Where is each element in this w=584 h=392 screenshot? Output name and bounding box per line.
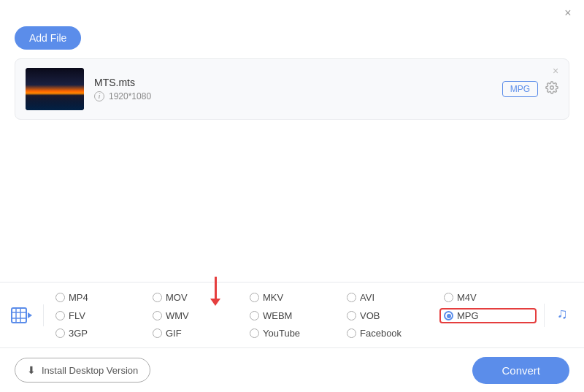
radio-3gp [55,328,65,338]
arrow-shaft [215,277,217,299]
file-info: MTS.mts i 1920*1080 [94,77,502,101]
format-label-vob: VOB [360,310,380,321]
download-icon: ⬇ [27,364,36,376]
file-list: MTS.mts i 1920*1080 MPG × [15,58,569,120]
radio-youtube [250,328,259,338]
svg-marker-6 [28,312,32,318]
radio-mpg [444,311,453,320]
audio-icon: ♫ [554,304,575,327]
close-button[interactable]: × [561,6,575,20]
format-grid: MP4 MOV MKV AVI M4V FLV WMV WEBM [44,290,544,340]
content-area [0,120,584,280]
install-desktop-button[interactable]: ⬇ Install Desktop Version [15,358,150,383]
file-item: MTS.mts i 1920*1080 MPG × [15,59,569,119]
format-label-m4v: M4V [457,292,477,303]
radio-wmv [153,311,162,320]
svg-point-0 [550,86,554,90]
format-option-youtube[interactable]: YouTube [245,326,342,340]
format-option-vob[interactable]: VOB [342,308,439,323]
format-label-avi: AVI [360,292,374,303]
file-actions: MPG [502,81,558,97]
format-option-mkv[interactable]: MKV [245,290,342,305]
radio-avi [347,293,356,302]
format-bar: MP4 MOV MKV AVI M4V FLV WMV WEBM [0,282,584,348]
format-label-webm: WEBM [263,310,292,321]
radio-mkv [250,293,259,302]
format-label-mp4: MP4 [69,292,88,303]
format-option-wmv[interactable]: WMV [148,308,245,323]
add-file-button[interactable]: Add File [15,26,81,50]
radio-webm [250,311,259,320]
format-option-facebook[interactable]: Facebook [342,326,439,340]
convert-button[interactable]: Convert [472,357,569,384]
format-option-webm[interactable]: WEBM [245,308,342,323]
radio-vob [347,311,356,320]
format-option-m4v[interactable]: M4V [439,290,537,305]
toolbar: Add File [0,23,584,58]
format-label-mpg: MPG [457,310,479,321]
file-thumbnail [26,68,84,110]
format-option-3gp[interactable]: 3GP [51,326,148,340]
format-label-mov: MOV [166,292,188,303]
radio-m4v [444,293,453,302]
format-label-3gp: 3GP [69,328,88,339]
format-label-wmv: WMV [166,310,189,321]
format-option-gif[interactable]: GIF [148,326,245,340]
format-option-mp4[interactable]: MP4 [51,290,148,305]
radio-gif [153,328,162,338]
install-button-label: Install Desktop Version [42,365,138,376]
format-label-flv: FLV [69,310,85,321]
radio-facebook [347,328,356,338]
file-name: MTS.mts [94,77,502,88]
settings-icon[interactable] [545,81,558,97]
format-label-youtube: YouTube [263,328,300,339]
file-remove-button[interactable]: × [550,65,561,77]
format-option-mov[interactable]: MOV [148,290,245,305]
radio-flv [55,311,65,320]
arrow-indicator [210,277,220,306]
format-option-flv[interactable]: FLV [51,308,148,323]
arrow-head [210,299,220,306]
format-label-mkv: MKV [263,292,283,303]
file-meta: i 1920*1080 [94,91,502,101]
format-option-mpg[interactable]: MPG [439,308,537,323]
file-resolution: 1920*1080 [109,91,151,101]
svg-rect-1 [12,308,26,323]
video-icon [11,304,33,326]
radio-mp4 [55,293,65,302]
audio-format-tab[interactable]: ♫ [544,304,584,327]
info-icon: i [94,91,104,101]
format-label-facebook: Facebook [360,328,402,339]
svg-text:♫: ♫ [557,305,568,321]
bottom-bar: ⬇ Install Desktop Version Convert [0,348,584,392]
video-format-tab[interactable] [0,304,44,326]
radio-mov [153,293,162,302]
format-badge-button[interactable]: MPG [502,81,538,97]
title-bar: × [0,0,584,23]
format-option-avi[interactable]: AVI [342,290,439,305]
format-label-gif: GIF [166,328,182,339]
